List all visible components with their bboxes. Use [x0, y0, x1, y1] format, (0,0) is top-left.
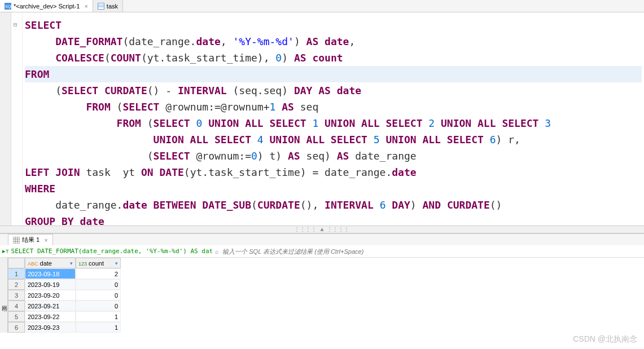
code-line[interactable]: COALESCE(COUNT(yt.task_start_time), 0) A…	[25, 50, 642, 66]
table-row[interactable]: 62023-09-231	[8, 322, 121, 333]
sql-editor[interactable]: SELECT DATE_FORMAT(date_range.date, '%Y-…	[23, 12, 644, 226]
row-number[interactable]: 6	[8, 322, 25, 333]
cell-count[interactable]: 2	[76, 268, 121, 279]
filter-input[interactable]	[221, 247, 642, 256]
tab-script-1[interactable]: SQL *<archive_dev> Script-1 ×	[0, 0, 93, 12]
tab-task[interactable]: task	[93, 0, 123, 12]
code-line[interactable]: FROM (SELECT @rownum:=@rownum+1 AS seq	[25, 99, 642, 115]
splitter-handle: ⋮⋮⋮⋮ ▲ ⋮⋮⋮⋮	[294, 226, 349, 233]
tab-label: task	[107, 3, 118, 10]
results-grid[interactable]: ABC date ▾ 123 count ▾ 12023-09-18222023…	[8, 258, 121, 333]
column-header-count[interactable]: 123 count ▾	[76, 258, 121, 268]
close-icon[interactable]: ×	[44, 237, 47, 244]
dropdown-icon[interactable]: ▾	[70, 260, 73, 266]
grid-header-row: ABC date ▾ 123 count ▾	[8, 258, 121, 268]
table-row[interactable]: 42023-09-210	[8, 301, 121, 311]
execute-icon[interactable]: ▸T	[2, 248, 9, 255]
code-line[interactable]: (SELECT CURDATE() - INTERVAL (seq.seq) D…	[25, 82, 642, 99]
cell-date[interactable]: 2023-09-20	[25, 290, 76, 301]
code-line[interactable]: date_range.date BETWEEN DATE_SUB(CURDATE…	[25, 197, 642, 213]
row-number[interactable]: 1	[8, 268, 25, 279]
code-line[interactable]: WHERE	[25, 180, 642, 197]
table-row[interactable]: 32023-09-200	[8, 290, 121, 301]
code-line[interactable]: GROUP BY date	[25, 213, 642, 226]
query-snippet: SELECT DATE_FORMAT(date_range.date, '%Y-…	[11, 248, 213, 255]
code-line[interactable]: DATE_FORMAT(date_range.date, '%Y-%m-%d')…	[25, 33, 642, 50]
row-number[interactable]: 4	[8, 301, 25, 311]
cell-date[interactable]: 2023-09-18	[25, 268, 76, 279]
code-line[interactable]: SELECT	[25, 17, 642, 33]
code-line[interactable]: FROM (SELECT 0 UNION ALL SELECT 1 UNION …	[25, 115, 642, 131]
code-line[interactable]: (SELECT @rownum:=0) t) AS seq) AS date_r…	[25, 148, 642, 164]
cell-count[interactable]: 1	[76, 311, 121, 322]
table-row[interactable]: 22023-09-190	[8, 279, 121, 290]
results-tab-label: 结果 1	[22, 236, 40, 244]
fold-marker[interactable]: ⊟	[11, 17, 22, 33]
cell-count[interactable]: 0	[76, 290, 121, 301]
code-line[interactable]: LEFT JOIN task yt ON DATE(yt.task_start_…	[25, 164, 642, 180]
column-header-date[interactable]: ABC date ▾	[25, 258, 76, 268]
svg-text:SQL: SQL	[5, 5, 11, 9]
search-icon[interactable]: ⌕	[215, 248, 219, 255]
dropdown-icon[interactable]: ▾	[115, 260, 118, 266]
corner-cell[interactable]	[8, 258, 25, 268]
cell-count[interactable]: 1	[76, 322, 121, 333]
sql-icon: SQL	[5, 3, 11, 10]
cell-date[interactable]: 2023-09-23	[25, 322, 76, 333]
tab-label: *<archive_dev> Script-1	[14, 3, 80, 10]
table-row[interactable]: 12023-09-182	[8, 268, 121, 279]
table-icon	[98, 3, 104, 10]
svg-rect-6	[13, 237, 20, 244]
cell-date[interactable]: 2023-09-19	[25, 279, 76, 290]
grid-icon	[13, 237, 20, 244]
cell-date[interactable]: 2023-09-21	[25, 301, 76, 311]
results-tab-1[interactable]: 结果 1 ×	[8, 234, 53, 245]
results-panel: 结果 1 × ▸T SELECT DATE_FORMAT(date_range.…	[0, 233, 644, 333]
code-line[interactable]: FROM	[25, 66, 642, 82]
watermark: CSDN @北执南念	[573, 334, 637, 344]
code-line[interactable]: UNION ALL SELECT 4 UNION ALL SELECT 5 UN…	[25, 131, 642, 148]
fold-gutter: ⊟	[11, 12, 23, 226]
table-row[interactable]: 52023-09-221	[8, 311, 121, 322]
editor-container: ⊟ SELECT DATE_FORMAT(date_range.date, '%…	[0, 12, 644, 226]
close-icon[interactable]: ×	[84, 3, 87, 10]
panel-splitter[interactable]: ⋮⋮⋮⋮ ▲ ⋮⋮⋮⋮	[0, 226, 644, 233]
results-tab-bar: 结果 1 ×	[0, 234, 644, 245]
row-number[interactable]: 2	[8, 279, 25, 290]
editor-tab-bar: SQL *<archive_dev> Script-1 × task	[0, 0, 644, 12]
row-number[interactable]: 5	[8, 311, 25, 322]
cell-count[interactable]: 0	[76, 301, 121, 311]
query-bar: ▸T SELECT DATE_FORMAT(date_range.date, '…	[0, 245, 644, 258]
grid-sidebar[interactable]: 网格	[0, 258, 8, 333]
editor-left-sidebar	[0, 12, 11, 226]
grid-container: 网格 ABC date ▾ 123 count ▾ 12023-09-18222…	[0, 258, 644, 333]
cell-count[interactable]: 0	[76, 279, 121, 290]
row-number[interactable]: 3	[8, 290, 25, 301]
svg-rect-3	[98, 3, 104, 9]
cell-date[interactable]: 2023-09-22	[25, 311, 76, 322]
